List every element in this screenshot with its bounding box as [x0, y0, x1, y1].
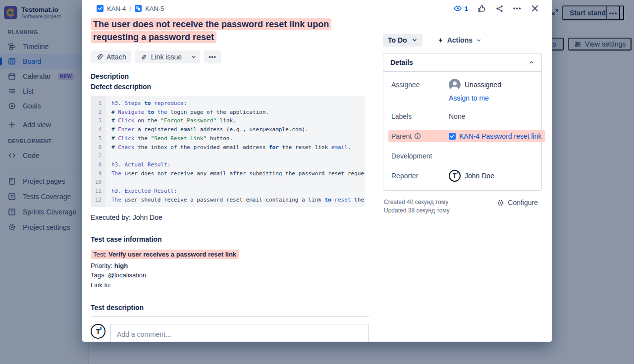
assignee-value: Unassigned — [465, 81, 501, 89]
chevron-down-icon — [191, 54, 197, 60]
status-dropdown[interactable]: To Do — [383, 34, 423, 47]
link-issue-dropdown[interactable] — [187, 51, 200, 63]
code-line: 2# Navigate to the login page of the app… — [91, 108, 365, 117]
code-text — [106, 152, 365, 160]
defect-description-heading: Defect description — [91, 82, 369, 92]
assignee-label: Assignee — [391, 81, 449, 89]
link-issue-group: Link issue — [135, 51, 200, 63]
line-number: 12 — [91, 196, 106, 205]
issue-toolbar: Attach Link issue ••• — [91, 51, 369, 63]
reporter-row: Reporter T John Doe — [391, 170, 534, 182]
line-number: 6 — [91, 143, 106, 152]
line-number: 3 — [91, 116, 106, 125]
priority-value: high — [114, 262, 128, 269]
parent-issue-link[interactable]: KAN-4 Password reset link — [449, 132, 542, 140]
share-icon — [495, 4, 504, 13]
details-header[interactable]: Details — [383, 53, 541, 72]
line-number: 10 — [91, 178, 106, 187]
code-line: 5# Click the "Send Reset Link" button. — [91, 134, 365, 143]
breadcrumb-current-link[interactable]: KAN-5 — [145, 5, 164, 12]
eye-icon — [453, 4, 462, 12]
code-line: 9The user does not receive any email aft… — [91, 169, 365, 178]
tags-row: Tags: @localisation — [91, 271, 369, 280]
subtask-type-icon — [135, 5, 142, 12]
watcher-count: 1 — [465, 5, 468, 12]
code-line: 4# Enter a registered email address (e.g… — [91, 125, 365, 134]
assignee-row: Assignee Unassigned — [391, 79, 534, 91]
breadcrumb: KAN-4 / KAN-5 — [97, 5, 164, 12]
toolbar-more-button[interactable]: ••• — [204, 51, 221, 63]
app-root: Testomat.io Software project PLANNINGTim… — [0, 0, 634, 364]
breadcrumb-separator: / — [129, 5, 131, 12]
parent-value: KAN-4 Password reset link — [459, 132, 542, 140]
close-icon[interactable] — [531, 4, 539, 12]
chevron-up-icon — [528, 59, 534, 65]
link-icon — [140, 53, 148, 61]
status-label: To Do — [388, 36, 407, 44]
lightning-icon — [437, 37, 444, 44]
issue-title[interactable]: The user does not receive the password r… — [91, 18, 372, 44]
configure-button[interactable]: Configure — [494, 198, 541, 207]
paperclip-icon — [96, 53, 103, 61]
test-description-heading: Test description — [91, 303, 369, 317]
line-number: 4 — [91, 125, 106, 134]
breadcrumb-parent-link[interactable]: KAN-4 — [107, 5, 126, 12]
code-text: h3. Actual Result: — [106, 160, 365, 169]
actions-label: Actions — [447, 36, 473, 44]
parent-row: Parent KAN-4 Password reset link — [388, 130, 545, 142]
code-line: 3# Click on the "Forgot Password" link. — [91, 116, 365, 125]
attach-button[interactable]: Attach — [91, 51, 131, 63]
test-name-row: Test: Verify user receives a password re… — [91, 250, 369, 260]
link-issue-button[interactable]: Link issue — [135, 51, 187, 63]
code-line: 10 — [91, 178, 365, 187]
code-line: 11h3. Expected Result: — [91, 187, 365, 196]
code-line: 8h3. Actual Result: — [91, 160, 365, 169]
task-type-icon — [97, 5, 104, 12]
code-line: 7 — [91, 152, 365, 160]
code-block: 1h3. Steps to reproduce:2# Navigate to t… — [91, 96, 365, 207]
chevron-down-icon — [476, 38, 481, 43]
code-text: # Check the inbox of the provided email … — [106, 143, 365, 152]
assign-to-me-link[interactable]: Assign to me — [449, 94, 489, 102]
details-heading: Details — [390, 58, 413, 66]
priority-row: Priority: high — [91, 261, 369, 271]
code-text: # Navigate to the login page of the appl… — [106, 108, 365, 117]
code-text — [106, 178, 365, 187]
line-number: 7 — [91, 152, 106, 160]
reporter-value: John Doe — [465, 172, 494, 180]
test-name: Verify user receives a password reset li… — [108, 251, 236, 258]
reporter-avatar: T — [449, 170, 461, 182]
line-number: 8 — [91, 160, 106, 169]
created-timestamp: Created 40 секунд тому — [384, 198, 450, 207]
line-number: 9 — [91, 169, 106, 178]
share-button[interactable] — [495, 4, 504, 13]
test-case-info: Test: Verify user receives a password re… — [91, 250, 369, 290]
attach-label: Attach — [106, 53, 126, 61]
development-label: Development — [391, 152, 449, 160]
line-number: 1 — [91, 99, 106, 108]
comment-box[interactable]: Add a comment... Looks good!Need help?Th… — [110, 324, 369, 342]
code-text: # Click on the "Forgot Password" link. — [106, 116, 365, 125]
line-number: 11 — [91, 187, 106, 196]
thumbs-up-icon — [477, 4, 486, 13]
comment-section: T Add a comment... Looks good!Need help?… — [91, 324, 369, 342]
issue-more-button[interactable]: ••• — [513, 5, 522, 12]
code-text: h3. Expected Result: — [106, 187, 365, 196]
like-button[interactable] — [477, 4, 486, 13]
comment-input[interactable]: Add a comment... — [117, 330, 363, 338]
watchers[interactable]: 1 — [453, 4, 468, 12]
link-issue-label: Link issue — [151, 53, 182, 61]
tags-value: @localisation — [108, 271, 147, 279]
details-panel: Details Assignee Unassigned Assign to me — [383, 53, 542, 191]
info-icon — [414, 133, 421, 140]
executed-by: Executed by: John Doe — [91, 213, 369, 221]
avatar: T — [91, 324, 106, 339]
task-type-icon — [449, 133, 456, 140]
code-text: h3. Steps to reproduce: — [106, 99, 365, 108]
actions-dropdown[interactable]: Actions — [434, 36, 484, 45]
labels-row: Labels None — [391, 110, 534, 122]
issue-modal: KAN-4 / KAN-5 1 ••• — [82, 0, 552, 342]
line-number: 5 — [91, 134, 106, 143]
code-line: 6# Check the inbox of the provided email… — [91, 143, 365, 152]
code-text: The user should receive a password reset… — [106, 196, 365, 205]
